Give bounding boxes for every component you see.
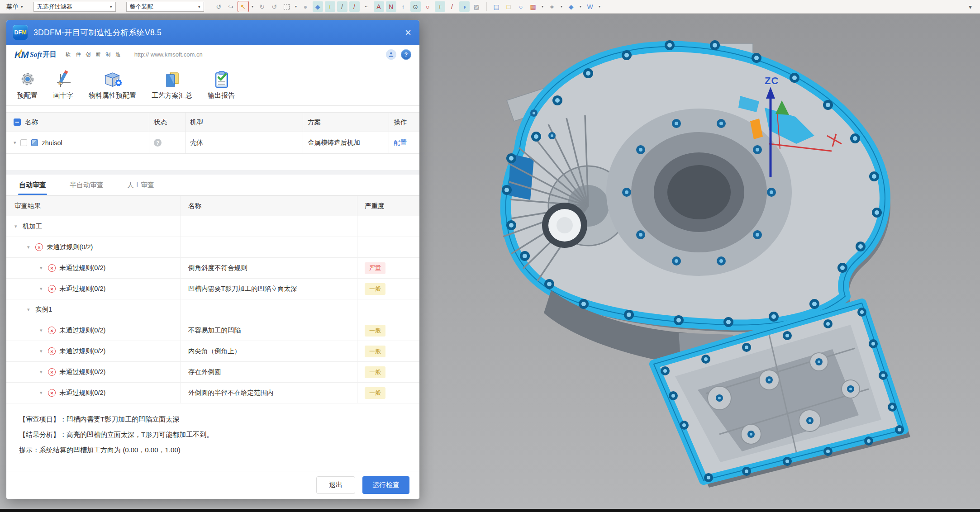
tools-gear-icon[interactable]: ∗ xyxy=(547,1,557,12)
new-window-icon[interactable]: □ xyxy=(504,1,514,12)
rotate-cw-icon[interactable]: ↻ xyxy=(257,1,267,12)
rule-name: 内尖角（倒角上） xyxy=(181,341,357,361)
dropdown-caret-icon[interactable]: ▾ xyxy=(250,1,255,12)
result-row[interactable]: ▾ × 未通过规则(0/2) 外倒圆的半径不在给定范围内 一般 xyxy=(6,383,419,403)
result-label: 未通过规则(0/2) xyxy=(59,284,105,293)
km-logo: KM xyxy=(14,49,29,60)
expand-caret-icon[interactable]: ▾ xyxy=(40,286,45,292)
result-row[interactable]: ▾ 实例1 xyxy=(6,299,419,320)
user-icon[interactable] xyxy=(386,49,396,60)
output-report-button[interactable]: 输出报告 xyxy=(208,70,235,100)
expand-caret-icon[interactable]: ▾ xyxy=(40,327,45,333)
expand-caret-icon[interactable]: ▾ xyxy=(40,390,45,396)
rule-name: 倒角斜度不符合规则 xyxy=(181,258,357,278)
point-icon[interactable]: + xyxy=(435,1,445,12)
expand-caret-icon[interactable]: ▾ xyxy=(27,307,32,313)
datum-cube-icon[interactable]: ◆ xyxy=(313,1,323,12)
fail-icon: × xyxy=(48,347,56,355)
row-checkbox[interactable] xyxy=(20,139,27,146)
fail-icon: × xyxy=(35,243,43,251)
surface-icon[interactable]: ◑ xyxy=(459,1,470,12)
dropdown-caret-icon[interactable]: ▾ xyxy=(540,1,545,12)
result-row[interactable]: ▾ 机加工 xyxy=(6,216,419,237)
expand-caret-icon[interactable]: ▾ xyxy=(40,369,45,375)
assembly-row[interactable]: ▾ zhuisol ? 壳体 金属模铸造后机加 配置 xyxy=(6,132,419,153)
separator-band xyxy=(6,170,419,175)
dropdown-caret-icon[interactable]: ▾ xyxy=(294,1,299,12)
dropdown-caret-icon[interactable]: ▾ xyxy=(559,1,564,12)
move-axis-icon[interactable]: + xyxy=(325,1,335,12)
angle-line-icon[interactable]: / xyxy=(447,1,457,12)
brand-url[interactable]: http:// www.kmsoft.com.cn xyxy=(134,51,203,58)
expand-caret-icon[interactable]: ▾ xyxy=(27,244,32,250)
expand-caret-icon[interactable]: ▾ xyxy=(40,265,45,271)
line-icon[interactable]: / xyxy=(337,1,347,12)
scope-dropdown[interactable]: 整个装配 ▾ xyxy=(126,2,204,12)
select-cursor-icon[interactable]: ↖ xyxy=(238,1,248,12)
rotate-ccw-icon[interactable]: ↺ xyxy=(269,1,280,12)
severity-badge: 一般 xyxy=(365,283,385,295)
tab-manual-review[interactable]: 人工审查 xyxy=(127,181,154,195)
solid-cube-icon[interactable]: ◆ xyxy=(566,1,576,12)
close-icon[interactable]: × xyxy=(405,27,411,38)
marquee-select-icon[interactable] xyxy=(281,1,292,12)
ellipse-icon[interactable]: ○ xyxy=(423,1,433,12)
tab-semi-auto-review[interactable]: 半自动审查 xyxy=(70,181,104,195)
fit-curve-icon[interactable]: N xyxy=(386,1,396,12)
tab-auto-review[interactable]: 自动审查 xyxy=(19,181,46,195)
material-preconfig-button[interactable]: 物料属性预配置 xyxy=(89,70,136,100)
expand-caret-icon[interactable]: ▾ xyxy=(14,223,19,229)
studio-spline-icon[interactable]: A xyxy=(374,1,384,12)
col-action: 操作 xyxy=(389,113,419,132)
brand-slogan: 软 件 创 新 制 造 xyxy=(66,51,122,58)
result-row[interactable]: ▾ × 未通过规则(0/2) 不容易加工的凹陷 一般 xyxy=(6,320,419,341)
select-all-checkbox[interactable] xyxy=(14,119,21,126)
exit-button[interactable]: 退出 xyxy=(316,476,355,494)
spacer xyxy=(6,154,419,170)
result-label: 机加工 xyxy=(23,222,43,231)
dropdown-caret-icon[interactable]: ▾ xyxy=(578,1,583,12)
part-cube-icon xyxy=(31,139,38,146)
line-point-icon[interactable]: / xyxy=(349,1,360,12)
selection-filter-dropdown[interactable]: 无选择过滤器 ▾ xyxy=(33,2,116,12)
result-row[interactable]: ▾ × 未通过规则(0/2) xyxy=(6,237,419,258)
result-row[interactable]: ▾ × 未通过规则(0/2) 内尖角（倒角上） 一般 xyxy=(6,341,419,362)
box-gear-icon xyxy=(103,70,123,88)
dialog-title: 3DDFM-开目可制造性分析系统V8.5 xyxy=(33,27,162,38)
circle-center-icon[interactable]: ⊙ xyxy=(410,1,421,12)
help-icon[interactable]: ? xyxy=(401,49,411,60)
result-row[interactable]: ▾ × 未通过规则(0/2) 倒角斜度不符合规则 严重 xyxy=(6,258,419,279)
loop-select-icon[interactable]: ○ xyxy=(516,1,526,12)
expand-caret-icon[interactable]: ▾ xyxy=(14,140,16,146)
datum-axis-icon[interactable]: ↑ xyxy=(398,1,409,12)
grid-icon[interactable]: ▦ xyxy=(528,1,538,12)
sphere-icon[interactable]: ● xyxy=(300,1,311,12)
overflow-caret-icon[interactable]: ▾ xyxy=(965,1,975,12)
measure-icon[interactable]: W xyxy=(585,1,595,12)
review-tabs: 自动审查 半自动审查 人工审查 xyxy=(6,175,419,195)
dialog-titlebar[interactable]: DFM 3DDFM-开目可制造性分析系统V8.5 × xyxy=(6,20,419,45)
chevron-down-icon: ▾ xyxy=(110,5,112,9)
dialog-footer: 退出 运行检查 xyxy=(6,471,419,499)
col-plan: 方案 xyxy=(303,113,389,132)
spline-icon[interactable]: ~ xyxy=(362,1,372,12)
severity-badge: 一般 xyxy=(365,325,385,337)
run-check-button[interactable]: 运行检查 xyxy=(362,476,409,494)
toolbar-icon-strip: ↺↪↖▾↻↺▾●◆+//~AN↑⊙○+/◑▨▤□○▦▾∗▾◆▾W▾▾ xyxy=(214,1,975,12)
result-row[interactable]: ▾ × 未通过规则(0/2) 凹槽内需要T影刀加工的凹陷立面太深 一般 xyxy=(6,279,419,299)
sheet-body-icon[interactable]: ▨ xyxy=(471,1,482,12)
process-plan-summary-button[interactable]: 工艺方案汇总 xyxy=(152,70,192,100)
result-row[interactable]: ▾ × 未通过规则(0/2) 存在外倒圆 一般 xyxy=(6,362,419,383)
draw-cross-button[interactable]: 画十字 xyxy=(53,70,73,100)
dfm-app-icon: DFM xyxy=(13,25,28,40)
dropdown-caret-icon[interactable]: ▾ xyxy=(597,1,602,12)
rule-name: 存在外倒圆 xyxy=(181,362,357,382)
configure-link[interactable]: 配置 xyxy=(394,138,407,147)
window-cascade-icon[interactable]: ▤ xyxy=(491,1,502,12)
menu-button[interactable]: 菜单 ▾ xyxy=(5,3,25,11)
dfm-dialog: DFM 3DDFM-开目可制造性分析系统V8.5 × KM Soft 开目 软 … xyxy=(6,20,419,499)
expand-caret-icon[interactable]: ▾ xyxy=(40,348,45,354)
orbit-rotate-icon[interactable]: ↺ xyxy=(214,1,224,12)
redo-icon[interactable]: ↪ xyxy=(226,1,236,12)
preconfig-button[interactable]: 预配置 xyxy=(17,70,38,100)
